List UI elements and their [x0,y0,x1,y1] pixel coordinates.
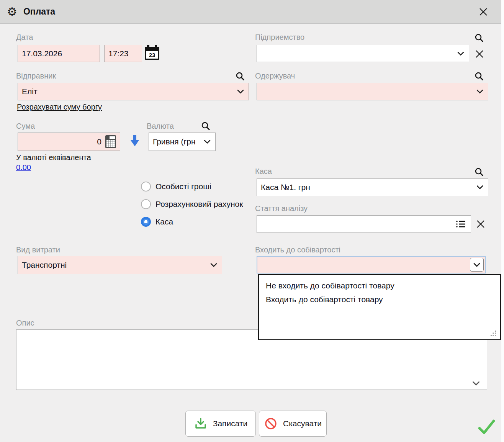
chevron-down-icon [237,90,244,94]
save-button-label: Записати [213,419,248,428]
radio-settlement-account[interactable]: Розрахунковий рахунок [141,199,243,209]
amount-value: 0 [97,137,101,146]
search-icon[interactable] [235,71,245,82]
radio-icon-selected [141,217,151,227]
equivalent-amount-link[interactable]: 0.00 [16,163,31,172]
payment-dialog: ⚙ Оплата Дата 17.03.2026 17:23 23 Підпри… [0,0,504,442]
search-icon[interactable] [474,33,484,43]
sender-value: Еліт [22,87,38,96]
calculator-keys [106,140,115,147]
cancel-button-label: Скасувати [283,419,322,428]
radio-label: Каса [155,217,173,226]
window-edge [501,0,504,442]
cost-inclusion-dropdown: Не входить до собівартості товару Входит… [258,274,501,340]
clear-icon[interactable] [475,218,486,230]
chevron-down-icon [210,263,217,267]
radio-icon [141,182,151,192]
gear-icon: ⚙ [7,6,17,18]
save-button[interactable]: Записати [185,411,256,437]
search-icon[interactable] [201,121,211,131]
analysis-label: Стаття аналізу [255,204,308,213]
enterprise-select[interactable] [257,45,469,62]
cancel-icon [264,417,278,431]
currency-select[interactable]: Гривня (грн [149,133,216,151]
kasa-label: Каса [255,167,272,176]
cost-inclusion-combobox[interactable] [257,256,486,273]
radio-cash-register[interactable]: Каса [141,217,173,227]
radio-label: Розрахунковий рахунок [155,200,243,209]
arrow-down-icon[interactable] [129,134,141,149]
expense-type-select[interactable]: Транспортні [18,256,222,274]
chevron-down-icon [476,185,483,190]
save-icon [194,417,208,431]
equivalent-label: У валюті еквівалента [16,153,91,162]
radio-label: Особисті гроші [155,182,211,191]
resize-grip-icon[interactable] [490,330,496,336]
calendar-day: 23 [149,52,155,58]
clear-icon[interactable] [474,48,485,60]
analysis-input[interactable] [257,215,471,233]
chevron-down-icon [204,140,211,144]
cost-inclusion-label: Входить до собівартості [255,246,340,254]
kasa-value: Каса №1. грн [261,183,310,192]
chevron-down-icon [473,263,480,267]
recipient-label: Одержувач [255,72,295,80]
sender-select[interactable]: Еліт [18,83,249,100]
combo-dropdown-button[interactable] [470,258,484,272]
date-label: Дата [16,33,33,42]
amount-label: Сума [16,122,35,131]
kasa-select[interactable]: Каса №1. грн [257,178,488,196]
enterprise-label: Підприемство [255,33,304,42]
time-input[interactable]: 17:23 [104,45,142,62]
close-icon[interactable] [478,7,489,17]
dialog-title: Оплата [23,7,55,17]
dropdown-option[interactable]: Не входить до собівартості товару [259,279,500,293]
date-input[interactable]: 17.03.2026 [18,45,100,62]
chevron-down-icon[interactable] [472,381,480,386]
radio-personal-money[interactable]: Особисті гроші [141,182,211,192]
recipient-select[interactable] [257,83,488,100]
dropdown-option[interactable]: Входить до собівартості товару [259,293,500,306]
currency-value: Гривня (грн [153,137,196,146]
title-bar: ⚙ Оплата [0,0,501,24]
list-icon[interactable] [455,219,466,229]
calculate-debt-link[interactable]: Розрахувати суму боргу [17,103,102,111]
radio-icon [141,199,151,209]
description-label: Опис [16,319,34,327]
currency-label: Валюта [147,122,174,131]
calculator-screen [110,136,115,139]
chevron-down-icon [476,90,483,94]
confirm-check-icon[interactable] [476,417,496,437]
search-icon[interactable] [474,167,484,177]
chevron-down-icon [457,51,464,56]
expense-type-label: Вид витрати [16,246,60,254]
calendar-icon[interactable]: 23 [145,47,159,60]
amount-input[interactable]: 0 [18,133,120,151]
sender-label: Відправник [16,72,56,80]
search-icon[interactable] [474,71,484,82]
expense-type-value: Транспортні [22,260,67,270]
calculator-icon[interactable] [105,135,116,148]
cancel-button[interactable]: Скасувати [259,411,327,437]
